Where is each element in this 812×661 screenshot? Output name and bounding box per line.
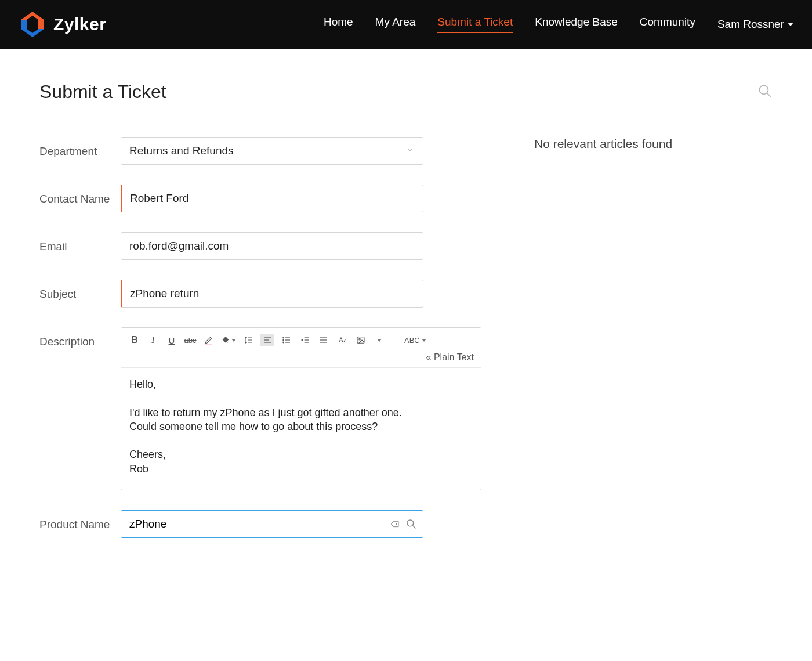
bold-button[interactable]: B bbox=[128, 334, 141, 346]
line-spacing-icon bbox=[244, 335, 253, 345]
nav-submit-ticket[interactable]: Submit a Ticket bbox=[437, 16, 513, 33]
svg-point-27 bbox=[407, 520, 414, 526]
paint-bucket-icon bbox=[221, 335, 230, 345]
page-body: Submit a Ticket Department Returns and R… bbox=[0, 49, 812, 561]
page-title: Submit a Ticket bbox=[39, 81, 166, 103]
product-name-label: Product Name bbox=[39, 510, 121, 532]
search-button[interactable] bbox=[757, 84, 773, 101]
line-height-button[interactable] bbox=[242, 334, 255, 346]
app-header: Zylker Home My Area Submit a Ticket Know… bbox=[0, 0, 812, 49]
field-description: Description B I U abc bbox=[39, 327, 481, 490]
svg-rect-23 bbox=[357, 337, 364, 344]
field-contact-name: Contact Name bbox=[39, 185, 481, 212]
chevron-down-icon bbox=[231, 339, 236, 342]
backspace-icon bbox=[389, 519, 401, 529]
svg-point-24 bbox=[359, 338, 361, 340]
nav-my-area[interactable]: My Area bbox=[375, 16, 416, 33]
svg-point-5 bbox=[759, 85, 768, 94]
product-name-lookup[interactable] bbox=[121, 510, 423, 538]
svg-marker-3 bbox=[21, 20, 27, 29]
nav-home[interactable]: Home bbox=[324, 16, 353, 33]
svg-point-12 bbox=[283, 339, 284, 341]
font-icon bbox=[337, 335, 347, 345]
justify-button[interactable] bbox=[317, 334, 330, 346]
nav-knowledge-base[interactable]: Knowledge Base bbox=[535, 16, 618, 33]
brand-name: Zylker bbox=[53, 15, 106, 34]
underline-button[interactable]: U bbox=[165, 334, 178, 346]
svg-point-13 bbox=[283, 342, 284, 343]
list-icon bbox=[282, 335, 291, 345]
chevron-down-icon bbox=[405, 145, 415, 157]
contact-name-label: Contact Name bbox=[39, 185, 121, 207]
brand-logo-icon bbox=[19, 12, 46, 37]
svg-marker-1 bbox=[21, 29, 44, 37]
align-left-icon bbox=[263, 335, 272, 345]
svg-marker-4 bbox=[38, 20, 44, 29]
svg-line-6 bbox=[767, 93, 770, 96]
subject-label: Subject bbox=[39, 280, 121, 302]
search-icon bbox=[405, 518, 417, 530]
svg-marker-0 bbox=[21, 12, 44, 20]
user-menu[interactable]: Sam Rossner bbox=[717, 18, 793, 31]
italic-button[interactable]: I bbox=[147, 334, 160, 346]
ticket-form: Department Returns and Refunds Contact N… bbox=[39, 125, 499, 538]
email-input[interactable] bbox=[121, 232, 423, 260]
outdent-icon bbox=[300, 335, 310, 345]
product-name-input[interactable] bbox=[129, 511, 385, 537]
clear-button[interactable] bbox=[389, 519, 401, 529]
search-icon bbox=[757, 84, 773, 99]
font-effects-button[interactable] bbox=[336, 334, 349, 346]
svg-marker-2 bbox=[27, 20, 38, 29]
editor-toolbar: B I U abc bbox=[121, 328, 481, 368]
spellcheck-button[interactable]: ABC bbox=[404, 334, 426, 346]
svg-point-11 bbox=[283, 337, 284, 338]
department-label: Department bbox=[39, 137, 121, 159]
more-tools-button[interactable] bbox=[373, 334, 386, 346]
main-nav: Home My Area Submit a Ticket Knowledge B… bbox=[324, 16, 793, 33]
field-subject: Subject bbox=[39, 280, 481, 308]
svg-line-28 bbox=[413, 526, 416, 529]
chevron-down-icon bbox=[422, 339, 426, 342]
subject-input[interactable] bbox=[121, 280, 423, 308]
related-articles-empty: No relevant articles found bbox=[534, 137, 773, 151]
strikethrough-button[interactable]: abc bbox=[184, 334, 197, 346]
nav-community[interactable]: Community bbox=[640, 16, 695, 33]
content-columns: Department Returns and Refunds Contact N… bbox=[39, 125, 773, 538]
plain-text-toggle[interactable]: « Plain Text bbox=[426, 352, 474, 363]
outdent-button[interactable] bbox=[299, 334, 311, 346]
align-justify-icon bbox=[319, 335, 328, 345]
department-value: Returns and Refunds bbox=[129, 145, 234, 157]
field-product-name: Product Name bbox=[39, 510, 481, 538]
email-label: Email bbox=[39, 232, 121, 254]
related-articles-panel: No relevant articles found bbox=[499, 125, 773, 538]
field-department: Department Returns and Refunds bbox=[39, 137, 481, 165]
description-editor: B I U abc bbox=[121, 327, 481, 490]
user-name: Sam Rossner bbox=[717, 18, 784, 31]
chevron-down-icon bbox=[788, 23, 793, 26]
brand-logo[interactable]: Zylker bbox=[19, 12, 106, 37]
description-textarea[interactable]: Hello, I'd like to return my zPhone as I… bbox=[121, 368, 481, 490]
insert-image-button[interactable] bbox=[354, 334, 367, 346]
chevron-down-icon bbox=[377, 339, 382, 342]
description-label: Description bbox=[39, 327, 121, 349]
image-icon bbox=[356, 335, 365, 345]
fill-color-button[interactable] bbox=[221, 334, 236, 346]
contact-name-input[interactable] bbox=[121, 185, 423, 212]
field-email: Email bbox=[39, 232, 481, 260]
pencil-icon bbox=[204, 335, 213, 345]
list-button[interactable] bbox=[280, 334, 293, 346]
align-button[interactable] bbox=[260, 334, 274, 346]
department-select[interactable]: Returns and Refunds bbox=[121, 137, 423, 165]
lookup-search-button[interactable] bbox=[405, 518, 417, 530]
page-header-row: Submit a Ticket bbox=[39, 81, 773, 111]
text-color-button[interactable] bbox=[202, 334, 215, 346]
